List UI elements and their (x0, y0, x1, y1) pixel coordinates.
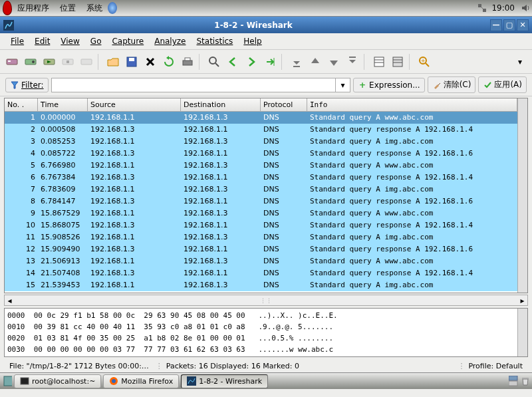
trash-icon[interactable] (520, 376, 529, 386)
find-icon[interactable] (205, 53, 223, 70)
expression-button[interactable]: + Expression... (353, 78, 425, 92)
colorize-icon[interactable] (370, 53, 388, 70)
svg-text:+: + (421, 58, 426, 64)
system-menu[interactable]: 系统 (81, 3, 108, 14)
broom-icon (432, 80, 442, 90)
clock[interactable]: 19:00 (486, 3, 520, 13)
packet-row[interactable]: 1521.539453192.168.1.1192.168.1.3DNSStan… (5, 279, 517, 291)
minimize-button[interactable]: — (490, 19, 502, 31)
filter-input[interactable] (52, 78, 336, 92)
firefox-icon (109, 376, 118, 386)
packet-bytes-pane[interactable]: 0000 00 0c 29 f1 b1 58 00 0c 29 63 90 45… (4, 308, 528, 357)
go-first-icon[interactable] (288, 53, 305, 70)
network-icon[interactable] (477, 3, 486, 13)
start-capture-icon[interactable] (41, 53, 58, 70)
go-down-icon[interactable] (325, 53, 342, 70)
maximize-button[interactable]: ▢ (503, 19, 515, 31)
apps-menu[interactable]: 应用程序 (12, 3, 55, 14)
packet-row[interactable]: 66.767384192.168.1.3192.168.1.1DNSStanda… (5, 172, 517, 184)
packet-row[interactable]: 56.766980192.168.1.1192.168.1.3DNSStanda… (5, 160, 517, 172)
col-header-info[interactable]: Info (307, 98, 517, 111)
window-titlebar[interactable]: 1-8-2 - Wireshark — ▢ ✕ (0, 17, 532, 33)
col-header-destination[interactable]: Destination (181, 98, 261, 111)
window-title: 1-8-2 - Wireshark (18, 21, 489, 30)
print-icon[interactable] (179, 53, 196, 70)
packet-row[interactable]: 1421.507408192.168.1.3192.168.1.1DNSStan… (5, 267, 517, 279)
svg-rect-18 (293, 66, 300, 67)
go-up-icon[interactable] (307, 53, 324, 70)
close-button[interactable]: ✕ (517, 19, 529, 31)
svg-rect-20 (374, 57, 384, 66)
svg-rect-9 (66, 61, 69, 63)
plus-icon: + (358, 80, 367, 90)
menu-edit[interactable]: Edit (29, 35, 55, 47)
filter-dropdown-icon[interactable]: ▾ (335, 78, 350, 92)
interfaces-icon[interactable] (3, 53, 21, 70)
task-firefox[interactable]: Mozilla Firefox (103, 374, 179, 388)
menu-go[interactable]: Go (85, 35, 107, 47)
go-last-icon[interactable] (344, 53, 361, 70)
scroll-track[interactable]: ⋮⋮ (15, 297, 517, 304)
menu-help[interactable]: Help (238, 35, 267, 47)
filter-button[interactable]: Filter: (5, 78, 49, 92)
packet-row[interactable]: 86.784147192.168.1.3192.168.1.1DNSStanda… (5, 196, 517, 207)
packet-row[interactable]: 915.867529192.168.1.1192.168.1.3DNSStand… (5, 207, 517, 219)
scroll-left-icon[interactable]: ◂ (5, 295, 15, 305)
workspace-switcher[interactable] (509, 376, 518, 386)
svg-rect-4 (8, 61, 11, 62)
places-menu[interactable]: 位置 (55, 3, 81, 14)
go-to-packet-icon[interactable] (261, 53, 279, 70)
scroll-right-icon[interactable]: ▸ (517, 295, 527, 305)
speaker-icon[interactable] (520, 3, 529, 13)
show-desktop-icon[interactable] (3, 376, 12, 386)
go-forward-icon[interactable] (243, 53, 260, 70)
col-header-source[interactable]: Source (88, 98, 181, 111)
hex-vertical-scrollbar[interactable] (517, 309, 527, 356)
col-header-no[interactable]: No. . (5, 98, 38, 111)
menu-analyze[interactable]: Analyze (149, 35, 191, 47)
menu-view[interactable]: View (55, 35, 84, 47)
go-back-icon[interactable] (224, 53, 241, 70)
zoom-in-icon[interactable]: + (416, 53, 433, 70)
status-profile[interactable]: Profile: Default (462, 362, 529, 370)
svg-line-2 (481, 7, 483, 9)
packet-row[interactable]: 76.783609192.168.1.1192.168.1.3DNSStanda… (5, 184, 517, 196)
packet-row[interactable]: 30.085253192.168.1.1192.168.1.3DNSStanda… (5, 136, 517, 148)
packet-row[interactable]: 1321.506913192.168.1.1192.168.1.3DNSStan… (5, 255, 517, 267)
close-file-icon[interactable] (142, 53, 159, 70)
options-icon[interactable] (22, 53, 39, 70)
packet-row[interactable]: 10.000000192.168.1.1192.168.1.3DNSStanda… (5, 112, 517, 124)
packet-row[interactable]: 20.000508192.168.1.3192.168.1.1DNSStanda… (5, 124, 517, 136)
menu-capture[interactable]: Capture (106, 35, 149, 47)
stop-capture-icon[interactable] (59, 53, 76, 70)
save-icon[interactable] (123, 53, 140, 70)
reload-icon[interactable] (160, 53, 178, 70)
svg-rect-12 (129, 58, 134, 61)
task-wireshark[interactable]: 1-8-2 - Wireshark (181, 374, 268, 388)
status-file: File: "/tmp/1-8-2" 1712 Bytes 00:00:… (3, 362, 156, 370)
menu-file[interactable]: File (5, 35, 29, 47)
auto-scroll-icon[interactable] (389, 53, 406, 70)
clear-button[interactable]: 清除(C) (428, 76, 476, 93)
packet-row[interactable]: 1115.908526192.168.1.1192.168.1.3DNSStan… (5, 231, 517, 243)
packet-row[interactable]: 1015.868075192.168.1.3192.168.1.1DNSStan… (5, 219, 517, 231)
hex-dump[interactable]: 0000 00 0c 29 f1 b1 58 00 0c 29 63 90 45… (5, 309, 517, 356)
filter-input-combo[interactable]: ▾ (51, 78, 351, 92)
restart-capture-icon[interactable] (78, 53, 95, 70)
packet-row[interactable]: 40.085722192.168.1.3192.168.1.1DNSStanda… (5, 148, 517, 160)
col-header-time[interactable]: Time (38, 98, 88, 111)
check-icon (483, 80, 492, 90)
svg-point-15 (209, 57, 216, 64)
redhat-icon[interactable] (3, 3, 12, 13)
globe-icon[interactable] (108, 3, 117, 13)
apply-button[interactable]: 应用(A) (478, 76, 527, 93)
menu-statistics[interactable]: Statistics (191, 35, 238, 47)
vertical-scrollbar[interactable] (517, 98, 527, 293)
task-terminal[interactable]: root@localhost:~ (14, 374, 101, 388)
toolbar-menu-icon[interactable]: ▾ (511, 53, 529, 70)
open-icon[interactable] (104, 53, 122, 70)
horizontal-scrollbar[interactable]: ◂ ⋮⋮ ▸ (4, 295, 528, 306)
col-header-protocol[interactable]: Protocol (261, 98, 307, 111)
packet-row[interactable]: 1215.909490192.168.1.3192.168.1.1DNSStan… (5, 243, 517, 255)
main-toolbar: + ▾ (0, 50, 532, 74)
